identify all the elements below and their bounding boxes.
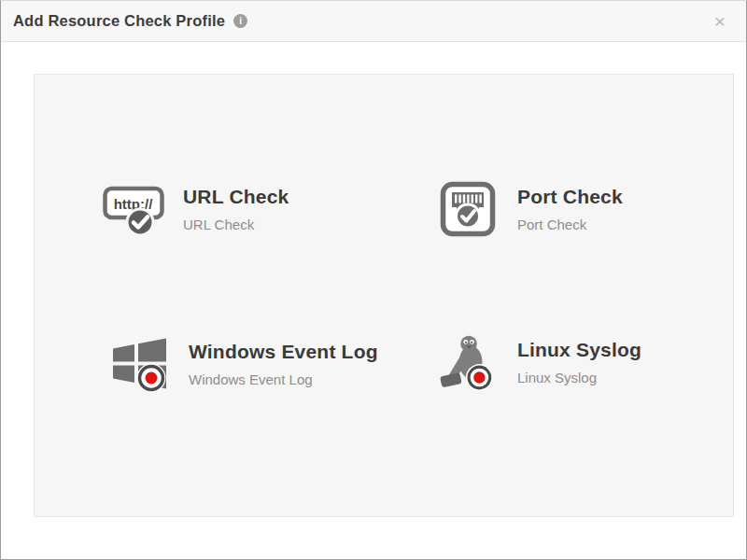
check-type-panel: http:// URL Check URL Check xyxy=(34,74,734,517)
windows-event-log-icon xyxy=(107,332,171,396)
dialog-header: Add Resource Check Profile i × xyxy=(1,1,746,42)
check-option-title: Linux Syslog xyxy=(517,339,641,361)
info-glyph: i xyxy=(239,16,242,26)
check-option-subtitle: Port Check xyxy=(517,217,623,232)
url-check-icon: http:// xyxy=(102,177,165,241)
check-option-title: Port Check xyxy=(517,186,623,208)
check-option-title: URL Check xyxy=(183,186,289,208)
check-option-subtitle: Windows Event Log xyxy=(189,371,378,387)
dialog-title: Add Resource Check Profile xyxy=(13,12,225,30)
check-option-url-check[interactable]: http:// URL Check URL Check xyxy=(102,177,289,241)
check-option-port-check[interactable]: Port Check Port Check xyxy=(436,177,623,241)
linux-syslog-icon xyxy=(436,330,500,394)
check-option-linux-syslog[interactable]: Linux Syslog Linux Syslog xyxy=(436,330,641,394)
check-option-subtitle: URL Check xyxy=(183,217,289,232)
info-icon[interactable]: i xyxy=(233,14,247,28)
url-icon-text: http:// xyxy=(114,196,153,212)
check-option-subtitle: Linux Syslog xyxy=(517,370,641,385)
check-option-title: Windows Event Log xyxy=(189,341,378,363)
close-icon[interactable]: × xyxy=(709,9,731,33)
check-option-windows-event-log[interactable]: Windows Event Log Windows Event Log xyxy=(107,332,378,396)
port-check-icon xyxy=(436,177,500,241)
dialog-window: Add Resource Check Profile i × http:// U… xyxy=(0,0,747,560)
